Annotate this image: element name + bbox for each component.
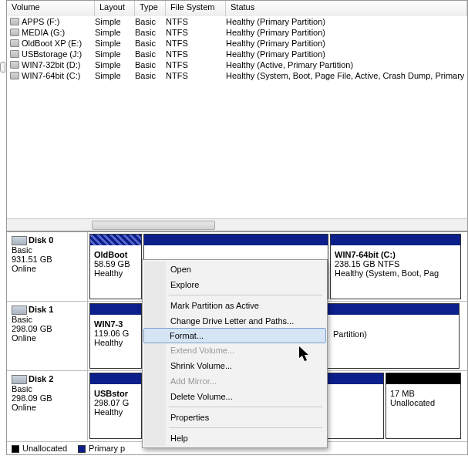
partition-status: Healthy bbox=[94, 338, 137, 347]
header-volume[interactable]: Volume bbox=[7, 1, 95, 16]
disk-info[interactable]: Disk 1Basic298.09 GBOnline bbox=[7, 302, 88, 370]
header-type[interactable]: Type bbox=[135, 1, 166, 16]
disk-state: Online bbox=[12, 264, 82, 273]
menu-help[interactable]: Help bbox=[144, 430, 325, 446]
partition[interactable]: WIN7-3119.06 GHealthy bbox=[89, 303, 142, 369]
partition-status: Healthy bbox=[94, 268, 137, 278]
volume-status: Healthy (Active, Primary Partition) bbox=[226, 59, 467, 70]
menu-change-drive-letter[interactable]: Change Drive Letter and Paths... bbox=[144, 313, 325, 329]
volume-type: Basic bbox=[135, 70, 166, 81]
menu-format[interactable]: Format... bbox=[143, 328, 326, 343]
menu-separator bbox=[169, 407, 322, 407]
drive-icon bbox=[10, 18, 19, 25]
disk-type: Basic bbox=[12, 315, 82, 324]
volume-fs: NTFS bbox=[166, 59, 226, 70]
partition-bar bbox=[144, 235, 328, 245]
partition-bar bbox=[90, 304, 141, 315]
volume-list-pane: Volume Layout Type File System Status AP… bbox=[6, 0, 468, 231]
volume-fs: NTFS bbox=[166, 38, 226, 49]
volume-status: Healthy (Primary Partition) bbox=[226, 27, 467, 38]
volume-name: APPS (F:) bbox=[22, 16, 60, 27]
menu-mark-active[interactable]: Mark Partition as Active bbox=[144, 298, 325, 313]
menu-add-mirror: Add Mirror... bbox=[144, 373, 325, 389]
partition-bar bbox=[331, 235, 460, 245]
context-menu: Open Explore Mark Partition as Active Ch… bbox=[142, 259, 328, 448]
partition[interactable]: 17 MBUnallocated bbox=[386, 373, 461, 439]
table-row[interactable]: WIN7-64bit (C:)SimpleBasicNTFSHealthy (S… bbox=[7, 70, 467, 81]
partition-size: 298.07 G bbox=[94, 398, 137, 407]
volume-fs: NTFS bbox=[166, 16, 226, 27]
disk-info[interactable]: Disk 0Basic931.51 GBOnline bbox=[7, 232, 88, 301]
disk-icon bbox=[12, 375, 27, 384]
disk-name: Disk 0 bbox=[29, 235, 53, 245]
table-row[interactable]: WIN7-32bit (D:)SimpleBasicNTFSHealthy (A… bbox=[7, 59, 467, 70]
menu-properties[interactable]: Properties bbox=[144, 410, 325, 425]
volume-type: Basic bbox=[135, 49, 166, 59]
volume-layout: Simple bbox=[95, 59, 135, 70]
disk-info[interactable]: Disk 2Basic298.09 GBOnline bbox=[7, 371, 88, 441]
partition-label: USBstor bbox=[94, 389, 137, 398]
partition-status: Unallocated bbox=[390, 398, 456, 407]
volume-name: WIN7-32bit (D:) bbox=[22, 59, 80, 70]
header-filesystem[interactable]: File System bbox=[166, 1, 226, 16]
legend-primary: Primary p bbox=[78, 444, 125, 453]
partition[interactable]: WIN7-64bit (C:)238.15 GB NTFSHealthy (Sy… bbox=[330, 234, 461, 299]
partition-label: OldBoot bbox=[94, 250, 137, 259]
disk-size: 931.51 GB bbox=[12, 255, 82, 264]
partition-status: Healthy (System, Boot, Pag bbox=[335, 268, 456, 278]
volume-type: Basic bbox=[135, 16, 166, 27]
volume-status: Healthy (Primary Partition) bbox=[226, 49, 467, 59]
table-row[interactable]: USBstorage (J:)SimpleBasicNTFSHealthy (P… bbox=[7, 49, 467, 59]
disk-state: Online bbox=[12, 403, 82, 412]
menu-open[interactable]: Open bbox=[144, 262, 325, 277]
partition-label: WIN7-64bit (C:) bbox=[335, 250, 456, 259]
disk-size: 298.09 GB bbox=[12, 393, 82, 403]
menu-explore[interactable]: Explore bbox=[144, 277, 325, 292]
volume-name: USBstorage (J:) bbox=[22, 49, 82, 59]
partition-size: 238.15 GB NTFS bbox=[335, 259, 456, 268]
table-row[interactable]: APPS (F:)SimpleBasicNTFSHealthy (Primary… bbox=[7, 16, 467, 27]
drive-icon bbox=[10, 61, 19, 69]
disk-name: Disk 1 bbox=[29, 305, 53, 314]
table-row[interactable]: MEDIA (G:)SimpleBasicNTFSHealthy (Primar… bbox=[7, 27, 467, 38]
volume-name: MEDIA (G:) bbox=[22, 27, 65, 38]
volume-fs: NTFS bbox=[166, 70, 226, 81]
horizontal-scrollbar[interactable] bbox=[7, 218, 467, 231]
drive-icon bbox=[10, 29, 19, 36]
header-status[interactable]: Status bbox=[226, 1, 467, 16]
partition-size: 58.59 GB bbox=[94, 259, 137, 268]
drive-icon bbox=[10, 50, 19, 58]
partition-size: 17 MB bbox=[390, 389, 456, 398]
volume-fs: NTFS bbox=[166, 27, 226, 38]
side-tab[interactable] bbox=[0, 62, 5, 73]
header-layout[interactable]: Layout bbox=[95, 1, 135, 16]
volume-name: OldBoot XP (E:) bbox=[22, 38, 82, 49]
disk-type: Basic bbox=[12, 245, 82, 255]
volume-fs: NTFS bbox=[166, 49, 226, 59]
disk-name: Disk 2 bbox=[29, 374, 53, 383]
volume-layout: Simple bbox=[95, 38, 135, 49]
volume-layout: Simple bbox=[95, 16, 135, 27]
partition-status: Healthy bbox=[94, 407, 137, 417]
menu-delete-volume[interactable]: Delete Volume... bbox=[144, 389, 325, 404]
legend-swatch-black bbox=[12, 445, 19, 453]
volume-status: Healthy (System, Boot, Page File, Active… bbox=[226, 70, 467, 81]
drive-icon bbox=[10, 72, 19, 79]
menu-shrink-volume[interactable]: Shrink Volume... bbox=[144, 358, 325, 373]
partition[interactable]: OldBoot58.59 GBHealthy bbox=[89, 234, 142, 299]
volume-type: Basic bbox=[135, 38, 166, 49]
volume-rows: APPS (F:)SimpleBasicNTFSHealthy (Primary… bbox=[7, 16, 467, 81]
partition-bar bbox=[386, 373, 460, 384]
menu-separator bbox=[169, 427, 322, 428]
scrollbar-thumb[interactable] bbox=[92, 221, 215, 230]
table-row[interactable]: OldBoot XP (E:)SimpleBasicNTFSHealthy (P… bbox=[7, 38, 467, 49]
volume-name: WIN7-64bit (C:) bbox=[22, 70, 80, 81]
partition-bar bbox=[90, 235, 141, 245]
partition-label: WIN7-3 bbox=[94, 319, 137, 329]
disk-icon bbox=[12, 236, 27, 245]
menu-extend-volume: Extend Volume... bbox=[144, 343, 325, 358]
volume-status: Healthy (Primary Partition) bbox=[226, 38, 467, 49]
volume-type: Basic bbox=[135, 59, 166, 70]
volume-status: Healthy (Primary Partition) bbox=[226, 16, 467, 27]
partition[interactable]: USBstor298.07 GHealthy bbox=[89, 373, 142, 439]
